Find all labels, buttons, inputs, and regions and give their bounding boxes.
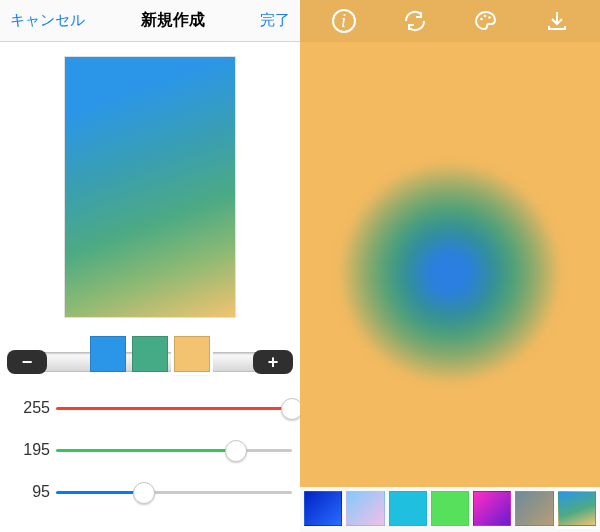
svg-point-0 (480, 18, 483, 21)
preset-swatch[interactable] (558, 491, 596, 526)
blue-slider-row: 95 (8, 480, 292, 504)
swatch-bar: − + (0, 328, 300, 386)
wallpaper-canvas[interactable] (300, 42, 600, 487)
cancel-button[interactable]: キャンセル (10, 11, 85, 30)
blue-slider[interactable] (56, 480, 292, 504)
preset-swatch[interactable] (431, 491, 469, 526)
preset-swatch[interactable] (346, 491, 384, 526)
svg-point-1 (483, 15, 486, 18)
preset-swatch[interactable] (389, 491, 427, 526)
blue-value: 95 (8, 483, 50, 501)
color-swatch[interactable] (132, 336, 168, 372)
palette-icon[interactable] (473, 8, 499, 34)
preview-area (0, 42, 300, 328)
toolbar: i (300, 0, 600, 42)
editor-panel: キャンセル 新規作成 完了 − + 255 195 95 (0, 0, 300, 532)
preset-strip (300, 487, 600, 532)
swatches (90, 336, 210, 372)
color-swatch[interactable] (174, 336, 210, 372)
navbar: キャンセル 新規作成 完了 (0, 0, 300, 42)
green-slider-row: 195 (8, 438, 292, 462)
remove-stop-button[interactable]: − (7, 350, 47, 374)
radial-gradient (340, 163, 560, 383)
page-title: 新規作成 (141, 10, 205, 31)
green-value: 195 (8, 441, 50, 459)
color-swatch[interactable] (90, 336, 126, 372)
refresh-icon[interactable] (402, 8, 428, 34)
slider-thumb[interactable] (225, 440, 247, 462)
info-icon[interactable]: i (331, 8, 357, 34)
rgb-sliders: 255 195 95 (0, 386, 300, 504)
download-icon[interactable] (544, 8, 570, 34)
green-slider[interactable] (56, 438, 292, 462)
preset-swatch[interactable] (304, 491, 342, 526)
svg-point-2 (488, 16, 491, 19)
red-slider[interactable] (56, 396, 292, 420)
gradient-preview (64, 56, 236, 318)
done-button[interactable]: 完了 (260, 11, 290, 30)
preset-swatch[interactable] (473, 491, 511, 526)
slider-thumb[interactable] (133, 482, 155, 504)
red-value: 255 (8, 399, 50, 417)
preset-swatch[interactable] (515, 491, 553, 526)
add-stop-button[interactable]: + (253, 350, 293, 374)
red-slider-row: 255 (8, 396, 292, 420)
result-panel: i (300, 0, 600, 532)
